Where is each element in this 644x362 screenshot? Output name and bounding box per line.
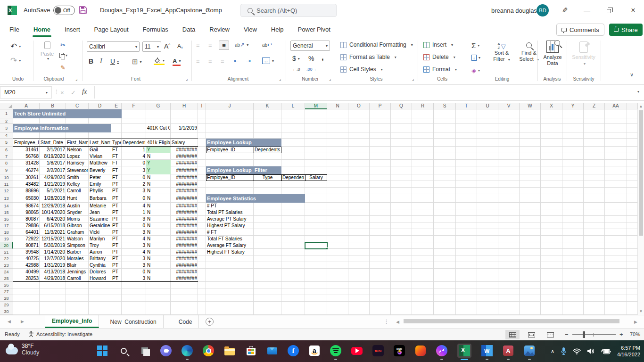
employee-id[interactable]: 42988 bbox=[14, 262, 39, 269]
collapse-ribbon-icon[interactable]: ∨ bbox=[630, 72, 634, 78]
word-button[interactable]: W bbox=[481, 345, 493, 356]
underline-button[interactable]: U▾ bbox=[110, 58, 119, 65]
eligible-flag[interactable]: N bbox=[147, 222, 170, 229]
row-header-20[interactable]: 20 bbox=[0, 242, 13, 249]
employee-id[interactable]: 90871 bbox=[14, 242, 39, 249]
eligible-flag[interactable]: N bbox=[147, 203, 170, 209]
salary-value[interactable]: ######## bbox=[172, 174, 197, 181]
number-format-select[interactable]: General▾ bbox=[290, 41, 330, 51]
eligible-flag[interactable]: Y bbox=[147, 166, 170, 174]
table-header-last_name[interactable]: Last_Name bbox=[90, 139, 110, 147]
emp-type[interactable]: PT bbox=[112, 262, 121, 269]
column-header-G[interactable]: G bbox=[146, 103, 171, 109]
row-header-30[interactable]: 30 bbox=[0, 308, 13, 315]
row-header-19[interactable]: 19 bbox=[0, 236, 13, 242]
row-header-23[interactable]: 23 bbox=[0, 262, 13, 269]
table-header-start_date[interactable]: Start_Date bbox=[41, 139, 65, 147]
eligible-flag[interactable]: N bbox=[147, 275, 170, 282]
name-box[interactable]: M20 ▾ bbox=[0, 86, 52, 99]
office-button[interactable] bbox=[415, 345, 426, 356]
edge-button[interactable] bbox=[182, 345, 193, 356]
row-header-22[interactable]: 22 bbox=[0, 255, 13, 262]
row-header-27[interactable]: 27 bbox=[0, 288, 13, 295]
tray-chevron-icon[interactable]: ∧ bbox=[551, 348, 554, 354]
emp-type[interactable]: FT bbox=[112, 160, 121, 166]
column-header-F[interactable]: F bbox=[122, 103, 146, 109]
microphone-icon[interactable] bbox=[561, 347, 567, 355]
ribbon-tab-formulas[interactable]: Formulas bbox=[142, 21, 169, 38]
salary-value[interactable]: ######## bbox=[172, 194, 197, 203]
page-layout-view-button[interactable] bbox=[524, 330, 538, 339]
worksheet-grid[interactable]: ▲ ▼ ABCDEFGHIJKLMNOPQRSTUVWXYZAA12345678… bbox=[0, 101, 644, 315]
last-name[interactable]: Marilyn bbox=[90, 236, 110, 242]
emp-type[interactable]: FT bbox=[112, 174, 121, 181]
first-name[interactable]: Blair bbox=[67, 262, 88, 269]
column-header-T[interactable]: T bbox=[456, 103, 477, 109]
lookup-filter-title[interactable]: Employee Lookup Filter bbox=[207, 166, 280, 174]
last-name[interactable]: Troy bbox=[90, 242, 110, 249]
confirm-entry-icon[interactable]: ✓ bbox=[71, 89, 76, 96]
merge-center-button[interactable]: ↔▾ bbox=[262, 58, 274, 64]
last-name[interactable]: Gail bbox=[90, 147, 110, 153]
alignment-launcher-icon[interactable]: ⌟ bbox=[279, 76, 281, 81]
column-header-S[interactable]: S bbox=[434, 103, 456, 109]
dependents[interactable]: 4 bbox=[123, 203, 145, 209]
italic-button[interactable]: I bbox=[100, 58, 102, 65]
tab-splitter-handle[interactable]: ⋮ bbox=[384, 319, 389, 325]
start-date[interactable]: 1/8/2017 bbox=[41, 160, 65, 166]
eligible-flag[interactable]: N bbox=[147, 249, 170, 255]
dependents[interactable]: 4 bbox=[123, 249, 145, 255]
ribbon-tab-view[interactable]: View bbox=[243, 21, 258, 38]
zoom-slider-thumb[interactable] bbox=[583, 331, 585, 338]
dependents[interactable]: 4 bbox=[123, 236, 145, 242]
start-date[interactable]: 12/29/2018 bbox=[41, 203, 65, 209]
employee-id[interactable]: 80087 bbox=[14, 216, 39, 222]
dependents[interactable]: 3 bbox=[123, 166, 145, 174]
photos-button[interactable] bbox=[524, 345, 535, 356]
last-name[interactable]: Howard bbox=[90, 275, 110, 282]
horizontal-scrollbar[interactable]: ◀ ▶ bbox=[396, 318, 637, 325]
sheet-tab-employee_info[interactable]: Employee_Info bbox=[45, 315, 99, 328]
eligible-flag[interactable]: N bbox=[147, 262, 170, 269]
align-left-button[interactable]: ≡ bbox=[196, 58, 200, 65]
employee-id[interactable]: 31428 bbox=[14, 160, 39, 166]
zoom-in-icon[interactable]: + bbox=[619, 331, 623, 338]
row-header-11[interactable]: 11 bbox=[0, 181, 13, 188]
row-header-16[interactable]: 16 bbox=[0, 216, 13, 222]
column-header-A[interactable]: A bbox=[13, 103, 40, 109]
column-header-X[interactable]: X bbox=[541, 103, 562, 109]
excel-taskbar-button[interactable]: X bbox=[457, 344, 471, 358]
dependents[interactable]: 3 bbox=[123, 216, 145, 222]
emp-type[interactable]: PT bbox=[112, 255, 121, 262]
emp-type[interactable]: FT bbox=[112, 166, 121, 174]
row-header-14[interactable]: 14 bbox=[0, 203, 13, 209]
emp-type[interactable]: PT bbox=[112, 236, 121, 242]
column-header-K[interactable]: K bbox=[254, 103, 281, 109]
font-name-select[interactable]: Calibri▾ bbox=[87, 41, 140, 52]
row-header-6[interactable]: 6 bbox=[0, 147, 13, 153]
speaker-icon[interactable] bbox=[587, 348, 594, 354]
bottom-align-button[interactable]: ≡ bbox=[219, 41, 229, 50]
emp-type[interactable]: PT bbox=[112, 188, 121, 194]
autosave-toggle[interactable]: Off bbox=[53, 6, 75, 15]
column-header-partial[interactable] bbox=[627, 103, 637, 109]
eligible-flag[interactable]: Y bbox=[147, 160, 170, 166]
autosum-button[interactable]: Σ▾ bbox=[471, 41, 479, 49]
formula-bar-handle[interactable]: ⋮ bbox=[54, 89, 59, 95]
share-button[interactable]: Share bbox=[609, 24, 643, 36]
row-header-25[interactable]: 25 bbox=[0, 275, 13, 282]
start-date[interactable]: 8/19/2020 bbox=[41, 153, 65, 160]
column-header-Z[interactable]: Z bbox=[584, 103, 605, 109]
ribbon-tab-home[interactable]: Home bbox=[33, 21, 51, 38]
emp-type[interactable]: PT bbox=[112, 269, 121, 275]
column-header-Y[interactable]: Y bbox=[562, 103, 584, 109]
salary-value[interactable]: ######## bbox=[172, 275, 197, 282]
tubi-button[interactable]: tubi bbox=[372, 345, 384, 356]
column-header-E[interactable]: E bbox=[111, 103, 122, 109]
table-header-employee_id[interactable]: Employee_ID bbox=[14, 139, 39, 147]
start-date[interactable]: 5/1/2021 bbox=[41, 188, 65, 194]
borders-button[interactable]: ⊞▾ bbox=[132, 58, 142, 66]
increase-indent-button[interactable]: ⇥ bbox=[246, 58, 251, 64]
salary-value[interactable]: ######## bbox=[172, 160, 197, 166]
zoom-slider-track[interactable] bbox=[572, 334, 616, 335]
